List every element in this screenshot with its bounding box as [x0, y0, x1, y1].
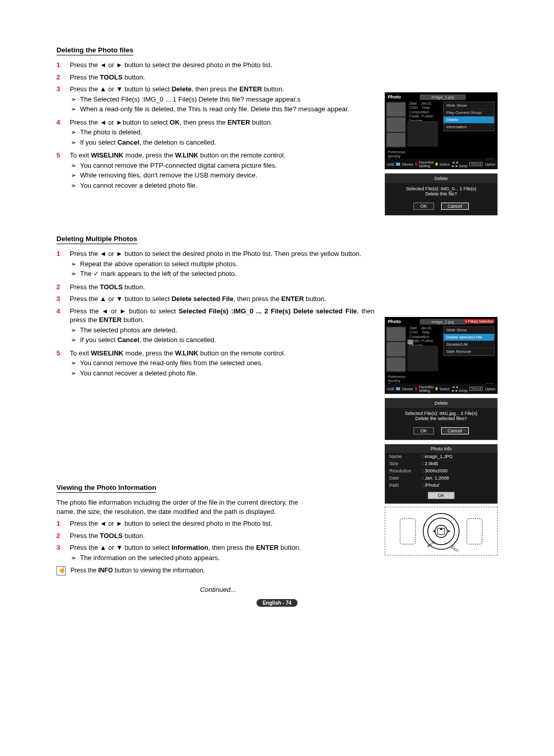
- step-num: 2: [56, 283, 64, 292]
- arrow-icon: ➢: [70, 269, 77, 278]
- dialog-title: Delete: [385, 399, 497, 408]
- check-icon: ☑: [407, 340, 413, 345]
- info-note: Press the INFO button to viewing the inf…: [56, 566, 313, 575]
- tv-screenshot-1: Photo image_1.jpg Date Jan.01 Color Gray…: [385, 92, 498, 169]
- arrow-icon: ➢: [70, 335, 77, 345]
- arrow-icon: ➢: [70, 359, 77, 368]
- step-body: To exit WISELINK mode, press the W.LINK …: [70, 151, 374, 191]
- tv-sidebar: [386, 326, 406, 372]
- arrow-icon: ➢: [70, 553, 77, 563]
- tv-popup-menu: Slide Show Play Current Group Delete Inf…: [443, 102, 494, 131]
- step-num: 3: [56, 85, 64, 115]
- info-title: Photo Info: [385, 445, 497, 453]
- continued-text: Continued...: [56, 586, 236, 593]
- section3-title: Viewing the Photo Information: [56, 484, 156, 493]
- step-body: Press the ◄ or ► button to select the de…: [70, 61, 374, 70]
- arrow-icon: ➢: [70, 260, 77, 269]
- tv-filename: image_1.jpg: [420, 319, 466, 325]
- remote-illustration: ◄ ► INFO EXIT: [385, 507, 498, 555]
- step-body: Press the ◄ or ► button to select the de…: [70, 519, 313, 528]
- step-body: To exit WISELINK mode, press the W.LINK …: [70, 349, 374, 379]
- arrow-icon: ➢: [70, 95, 77, 104]
- step-body: Press the ▲ or ▼ button to select Delete…: [70, 85, 374, 115]
- svg-point-2: [435, 525, 447, 538]
- tv-meta: Date Jan.01 Color Gray Composition Folde…: [409, 102, 433, 123]
- step-num: 1: [56, 249, 64, 280]
- step-body: Press the ▲ or ▼ button to select Delete…: [70, 294, 374, 304]
- step-body: Press the ▲ or ▼ button to select Inform…: [70, 543, 313, 563]
- tv-screenshot-2: Photo image_1.jpg 1 File(s) Selected Dat…: [385, 317, 498, 394]
- delete-dialog-1: Delete Selected File(s): IMG_0... 1 File…: [385, 173, 498, 215]
- step-body: Press the TOOLS button.: [70, 283, 374, 292]
- section1-steps: 1 Press the ◄ or ► button to select the …: [56, 61, 374, 191]
- arrow-icon: ➢: [70, 161, 77, 170]
- delete-dialog-2: Delete Selected File(s): IMG.jpg... 2 Fi…: [385, 398, 498, 440]
- svg-text:EXIT: EXIT: [450, 545, 459, 552]
- step-body: Press the TOOLS button.: [70, 531, 313, 541]
- step-num: 2: [56, 531, 64, 541]
- tv-main-thumb: [407, 121, 438, 147]
- step-num: 4: [56, 118, 64, 148]
- photo-info-panel: Photo Info Name: image_1.JPG Size: 2.8MB…: [385, 444, 498, 504]
- dialog-cancel-button[interactable]: Cancel: [441, 427, 469, 434]
- step-body: Press the ◄ or ►button to select OK, the…: [70, 118, 374, 148]
- tv-bottom-bar: USBDevice Favorites Setting Select ◄◄ ►►…: [385, 159, 498, 169]
- dialog-ok-button[interactable]: OK: [413, 203, 433, 210]
- tv-bottom-bar: USBDevice Favorites Setting Select ◄◄ ►►…: [385, 384, 498, 394]
- section2-steps: 1 Press the ◄ or ► button to select the …: [56, 249, 374, 379]
- step-num: 5: [56, 349, 64, 379]
- info-ok-button[interactable]: OK: [428, 492, 454, 499]
- arrow-icon: ➢: [70, 105, 77, 114]
- step-num: 4: [56, 307, 64, 346]
- step-body: Press the ◄ or ► button to select the de…: [70, 249, 374, 280]
- section1-title: Deleting the Photo files: [56, 46, 133, 55]
- step-num: 1: [56, 519, 64, 528]
- page-footer: English - 74: [256, 599, 298, 607]
- step-num: 2: [56, 73, 64, 82]
- step-body: Press the ◄ or ► button to select Select…: [70, 307, 374, 346]
- svg-rect-9: [467, 519, 482, 544]
- step-num: 5: [56, 151, 64, 191]
- step-num: 3: [56, 294, 64, 304]
- dialog-ok-button[interactable]: OK: [413, 427, 433, 434]
- note-icon: [56, 566, 66, 575]
- arrow-icon: ➢: [70, 369, 77, 378]
- arrow-icon: ➢: [70, 181, 77, 190]
- dialog-cancel-button[interactable]: Cancel: [441, 203, 469, 210]
- section2-title: Deleting Multiple Photos: [56, 235, 137, 244]
- arrow-icon: ➢: [70, 326, 77, 335]
- tv-filename: image_1.jpg: [420, 94, 466, 100]
- svg-text:INFO: INFO: [427, 540, 436, 548]
- svg-text:►: ►: [447, 529, 451, 533]
- arrow-icon: ➢: [70, 138, 77, 147]
- arrow-icon: ➢: [70, 128, 77, 137]
- selected-badge: 1 File(s) Selected: [464, 319, 494, 324]
- arrow-icon: ➢: [70, 171, 77, 180]
- svg-text:◄: ◄: [432, 529, 436, 533]
- tv-main-thumb: [407, 346, 438, 371]
- tv-popup-menu: Slide Show Delete selected File Deselect…: [443, 326, 494, 356]
- step-num: 3: [56, 543, 64, 563]
- step-num: 1: [56, 61, 64, 70]
- tv-sidebar: [386, 102, 406, 148]
- section3-intro: The photo file information including the…: [56, 498, 313, 516]
- dialog-title: Delete: [385, 174, 497, 183]
- svg-rect-8: [400, 519, 416, 544]
- step-body: Press the TOOLS button.: [70, 73, 374, 82]
